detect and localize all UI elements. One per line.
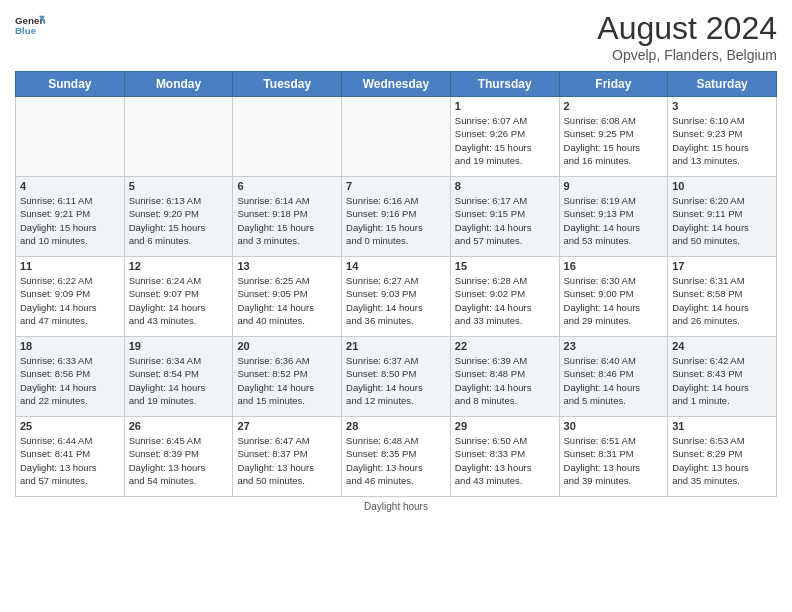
calendar-week-row: 18Sunrise: 6:33 AM Sunset: 8:56 PM Dayli…	[16, 337, 777, 417]
calendar-header-row: SundayMondayTuesdayWednesdayThursdayFrid…	[16, 72, 777, 97]
day-of-week-thursday: Thursday	[450, 72, 559, 97]
day-number: 22	[455, 340, 555, 352]
day-number: 8	[455, 180, 555, 192]
day-info: Sunrise: 6:45 AM Sunset: 8:39 PM Dayligh…	[129, 434, 229, 487]
svg-text:Blue: Blue	[15, 25, 37, 36]
day-number: 1	[455, 100, 555, 112]
day-number: 20	[237, 340, 337, 352]
day-of-week-tuesday: Tuesday	[233, 72, 342, 97]
calendar-cell: 14Sunrise: 6:27 AM Sunset: 9:03 PM Dayli…	[342, 257, 451, 337]
day-info: Sunrise: 6:14 AM Sunset: 9:18 PM Dayligh…	[237, 194, 337, 247]
calendar-table: SundayMondayTuesdayWednesdayThursdayFrid…	[15, 71, 777, 497]
calendar-cell: 30Sunrise: 6:51 AM Sunset: 8:31 PM Dayli…	[559, 417, 668, 497]
day-number: 21	[346, 340, 446, 352]
day-info: Sunrise: 6:20 AM Sunset: 9:11 PM Dayligh…	[672, 194, 772, 247]
title-block: August 2024 Opvelp, Flanders, Belgium	[597, 10, 777, 63]
month-title: August 2024	[597, 10, 777, 47]
day-info: Sunrise: 6:51 AM Sunset: 8:31 PM Dayligh…	[564, 434, 664, 487]
day-info: Sunrise: 6:44 AM Sunset: 8:41 PM Dayligh…	[20, 434, 120, 487]
calendar-cell: 9Sunrise: 6:19 AM Sunset: 9:13 PM Daylig…	[559, 177, 668, 257]
header: General Blue August 2024 Opvelp, Flander…	[15, 10, 777, 63]
calendar-cell: 27Sunrise: 6:47 AM Sunset: 8:37 PM Dayli…	[233, 417, 342, 497]
calendar-cell: 23Sunrise: 6:40 AM Sunset: 8:46 PM Dayli…	[559, 337, 668, 417]
day-number: 6	[237, 180, 337, 192]
day-of-week-saturday: Saturday	[668, 72, 777, 97]
day-of-week-monday: Monday	[124, 72, 233, 97]
day-number: 30	[564, 420, 664, 432]
day-number: 14	[346, 260, 446, 272]
day-info: Sunrise: 6:19 AM Sunset: 9:13 PM Dayligh…	[564, 194, 664, 247]
day-number: 19	[129, 340, 229, 352]
calendar-cell: 16Sunrise: 6:30 AM Sunset: 9:00 PM Dayli…	[559, 257, 668, 337]
calendar-cell: 25Sunrise: 6:44 AM Sunset: 8:41 PM Dayli…	[16, 417, 125, 497]
calendar-cell: 3Sunrise: 6:10 AM Sunset: 9:23 PM Daylig…	[668, 97, 777, 177]
day-info: Sunrise: 6:27 AM Sunset: 9:03 PM Dayligh…	[346, 274, 446, 327]
calendar-cell: 13Sunrise: 6:25 AM Sunset: 9:05 PM Dayli…	[233, 257, 342, 337]
calendar-week-row: 11Sunrise: 6:22 AM Sunset: 9:09 PM Dayli…	[16, 257, 777, 337]
calendar-cell: 24Sunrise: 6:42 AM Sunset: 8:43 PM Dayli…	[668, 337, 777, 417]
calendar-cell: 15Sunrise: 6:28 AM Sunset: 9:02 PM Dayli…	[450, 257, 559, 337]
day-number: 18	[20, 340, 120, 352]
day-info: Sunrise: 6:22 AM Sunset: 9:09 PM Dayligh…	[20, 274, 120, 327]
day-info: Sunrise: 6:25 AM Sunset: 9:05 PM Dayligh…	[237, 274, 337, 327]
day-info: Sunrise: 6:07 AM Sunset: 9:26 PM Dayligh…	[455, 114, 555, 167]
day-info: Sunrise: 6:13 AM Sunset: 9:20 PM Dayligh…	[129, 194, 229, 247]
day-number: 7	[346, 180, 446, 192]
logo: General Blue	[15, 10, 45, 40]
calendar-cell: 6Sunrise: 6:14 AM Sunset: 9:18 PM Daylig…	[233, 177, 342, 257]
calendar-week-row: 25Sunrise: 6:44 AM Sunset: 8:41 PM Dayli…	[16, 417, 777, 497]
page-container: General Blue August 2024 Opvelp, Flander…	[0, 0, 792, 517]
day-number: 23	[564, 340, 664, 352]
day-info: Sunrise: 6:11 AM Sunset: 9:21 PM Dayligh…	[20, 194, 120, 247]
day-info: Sunrise: 6:33 AM Sunset: 8:56 PM Dayligh…	[20, 354, 120, 407]
calendar-cell: 28Sunrise: 6:48 AM Sunset: 8:35 PM Dayli…	[342, 417, 451, 497]
day-number: 29	[455, 420, 555, 432]
day-info: Sunrise: 6:50 AM Sunset: 8:33 PM Dayligh…	[455, 434, 555, 487]
calendar-cell: 26Sunrise: 6:45 AM Sunset: 8:39 PM Dayli…	[124, 417, 233, 497]
day-number: 12	[129, 260, 229, 272]
location-subtitle: Opvelp, Flanders, Belgium	[597, 47, 777, 63]
day-number: 3	[672, 100, 772, 112]
calendar-cell: 12Sunrise: 6:24 AM Sunset: 9:07 PM Dayli…	[124, 257, 233, 337]
day-info: Sunrise: 6:10 AM Sunset: 9:23 PM Dayligh…	[672, 114, 772, 167]
calendar-cell	[16, 97, 125, 177]
day-info: Sunrise: 6:24 AM Sunset: 9:07 PM Dayligh…	[129, 274, 229, 327]
day-info: Sunrise: 6:34 AM Sunset: 8:54 PM Dayligh…	[129, 354, 229, 407]
day-number: 31	[672, 420, 772, 432]
day-info: Sunrise: 6:40 AM Sunset: 8:46 PM Dayligh…	[564, 354, 664, 407]
calendar-week-row: 4Sunrise: 6:11 AM Sunset: 9:21 PM Daylig…	[16, 177, 777, 257]
day-info: Sunrise: 6:39 AM Sunset: 8:48 PM Dayligh…	[455, 354, 555, 407]
day-info: Sunrise: 6:48 AM Sunset: 8:35 PM Dayligh…	[346, 434, 446, 487]
calendar-cell: 11Sunrise: 6:22 AM Sunset: 9:09 PM Dayli…	[16, 257, 125, 337]
day-info: Sunrise: 6:37 AM Sunset: 8:50 PM Dayligh…	[346, 354, 446, 407]
footer-note: Daylight hours	[15, 501, 777, 512]
day-info: Sunrise: 6:53 AM Sunset: 8:29 PM Dayligh…	[672, 434, 772, 487]
calendar-cell: 21Sunrise: 6:37 AM Sunset: 8:50 PM Dayli…	[342, 337, 451, 417]
logo-icon: General Blue	[15, 10, 45, 40]
day-info: Sunrise: 6:31 AM Sunset: 8:58 PM Dayligh…	[672, 274, 772, 327]
calendar-cell: 29Sunrise: 6:50 AM Sunset: 8:33 PM Dayli…	[450, 417, 559, 497]
day-number: 4	[20, 180, 120, 192]
day-number: 16	[564, 260, 664, 272]
calendar-cell	[233, 97, 342, 177]
day-info: Sunrise: 6:47 AM Sunset: 8:37 PM Dayligh…	[237, 434, 337, 487]
calendar-cell: 31Sunrise: 6:53 AM Sunset: 8:29 PM Dayli…	[668, 417, 777, 497]
calendar-cell: 20Sunrise: 6:36 AM Sunset: 8:52 PM Dayli…	[233, 337, 342, 417]
calendar-week-row: 1Sunrise: 6:07 AM Sunset: 9:26 PM Daylig…	[16, 97, 777, 177]
day-number: 13	[237, 260, 337, 272]
day-number: 9	[564, 180, 664, 192]
calendar-cell: 8Sunrise: 6:17 AM Sunset: 9:15 PM Daylig…	[450, 177, 559, 257]
calendar-cell: 22Sunrise: 6:39 AM Sunset: 8:48 PM Dayli…	[450, 337, 559, 417]
calendar-cell: 17Sunrise: 6:31 AM Sunset: 8:58 PM Dayli…	[668, 257, 777, 337]
day-info: Sunrise: 6:17 AM Sunset: 9:15 PM Dayligh…	[455, 194, 555, 247]
day-of-week-wednesday: Wednesday	[342, 72, 451, 97]
calendar-cell: 4Sunrise: 6:11 AM Sunset: 9:21 PM Daylig…	[16, 177, 125, 257]
day-info: Sunrise: 6:30 AM Sunset: 9:00 PM Dayligh…	[564, 274, 664, 327]
day-number: 24	[672, 340, 772, 352]
day-number: 11	[20, 260, 120, 272]
day-number: 5	[129, 180, 229, 192]
calendar-cell: 19Sunrise: 6:34 AM Sunset: 8:54 PM Dayli…	[124, 337, 233, 417]
calendar-cell: 10Sunrise: 6:20 AM Sunset: 9:11 PM Dayli…	[668, 177, 777, 257]
day-number: 27	[237, 420, 337, 432]
day-number: 26	[129, 420, 229, 432]
